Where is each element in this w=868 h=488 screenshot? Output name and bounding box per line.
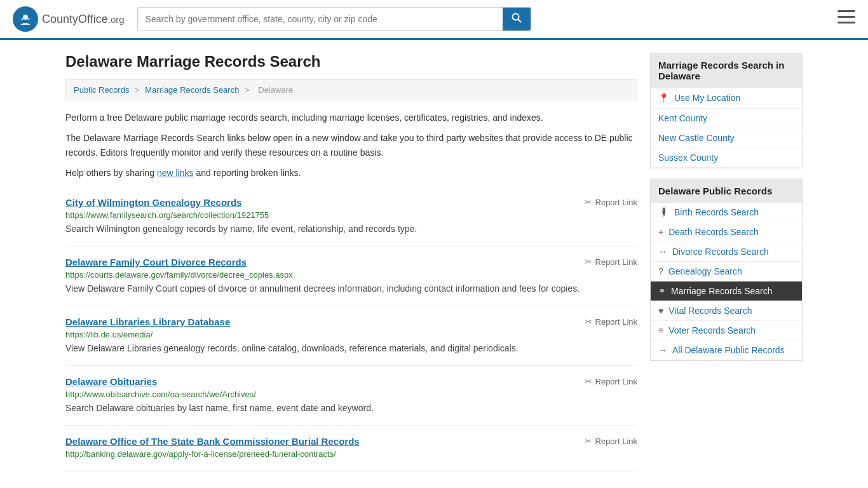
result-url[interactable]: http://www.obitsarchive.com/oa-search/we…	[65, 390, 637, 399]
report-link-label[interactable]: Report Link	[595, 437, 637, 446]
logo[interactable]: CountyOffice.org	[13, 6, 125, 32]
svg-rect-7	[837, 16, 855, 18]
report-icon: ✂	[585, 197, 592, 207]
breadcrumb-current: Delaware	[258, 85, 293, 95]
report-link-label[interactable]: Report Link	[595, 377, 637, 386]
record-type-icon: ?	[658, 266, 663, 276]
report-link[interactable]: ✂ Report Link	[585, 436, 637, 446]
use-location-link[interactable]: Use My Location	[674, 93, 740, 103]
sidebar-record-link[interactable]: Voter Records Search	[668, 325, 756, 336]
record-type-icon: ⚭	[658, 286, 666, 296]
result-title[interactable]: City of Wilmington Genealogy Records	[65, 197, 241, 208]
result-description: Search Delaware obituaries by last name,…	[65, 402, 637, 415]
result-item: Delaware Office of The State Bank Commis…	[65, 426, 637, 472]
description-2: The Delaware Marriage Records Search lin…	[65, 131, 637, 159]
breadcrumb-marriage-records[interactable]: Marriage Records Search	[145, 85, 239, 95]
record-type-icon: ↔	[658, 247, 667, 257]
hamburger-menu[interactable]	[837, 10, 855, 28]
record-type-icon: ♥	[658, 306, 663, 316]
svg-point-2	[21, 18, 24, 20]
report-link-label[interactable]: Report Link	[595, 257, 637, 267]
result-title[interactable]: Delaware Family Court Divorce Records	[65, 257, 247, 268]
sidebar-record-item[interactable]: + Death Records Search	[651, 222, 802, 242]
report-icon: ✂	[585, 376, 592, 386]
kent-county-item[interactable]: Kent County	[651, 109, 802, 128]
description-3: Help others by sharing new links and rep…	[65, 166, 637, 180]
result-url[interactable]: https://lib.de.us/emedia/	[65, 330, 637, 339]
result-description: Search Wilmington genealogy records by n…	[65, 222, 637, 236]
result-url[interactable]: https://www.familysearch.org/search/coll…	[65, 210, 637, 220]
sidebar-record-link[interactable]: Genealogy Search	[668, 266, 742, 276]
result-item: Delaware Family Court Divorce Records ✂ …	[65, 247, 637, 306]
result-header: City of Wilmington Genealogy Records ✂ R…	[65, 197, 637, 208]
use-my-location[interactable]: 📍 Use My Location	[651, 88, 802, 109]
result-description: View Delaware Libraries genealogy record…	[65, 342, 637, 355]
report-link[interactable]: ✂ Report Link	[585, 316, 637, 327]
record-type-icon: 🕴	[658, 207, 669, 217]
result-header: Delaware Libraries Library Database ✂ Re…	[65, 316, 637, 327]
new-castle-county-link[interactable]: New Castle County	[658, 133, 735, 143]
sidebar-record-item[interactable]: 🕴 Birth Records Search	[651, 203, 802, 222]
sidebar-record-item[interactable]: ? Genealogy Search	[651, 262, 802, 281]
description-1: Perform a free Delaware public marriage …	[65, 111, 637, 125]
page-title: Delaware Marriage Records Search	[65, 53, 637, 71]
record-type-icon: →	[658, 345, 667, 355]
result-title[interactable]: Delaware Libraries Library Database	[65, 316, 230, 327]
result-url[interactable]: https://courts.delaware.gov/family/divor…	[65, 270, 637, 280]
sidebar-record-link[interactable]: Birth Records Search	[674, 207, 759, 217]
kent-county-link[interactable]: Kent County	[658, 113, 707, 123]
report-icon: ✂	[585, 436, 592, 446]
main-container: Delaware Marriage Records Search Public …	[53, 40, 815, 485]
result-item: Delaware Libraries Library Database ✂ Re…	[65, 306, 637, 366]
sidebar-records-list: 🕴 Birth Records Search + Death Records S…	[651, 203, 802, 360]
sidebar-record-item[interactable]: → All Delaware Public Records	[651, 341, 802, 360]
report-icon: ✂	[585, 257, 592, 267]
new-castle-county-item[interactable]: New Castle County	[651, 128, 802, 148]
search-button[interactable]	[503, 8, 531, 30]
result-header: Delaware Family Court Divorce Records ✂ …	[65, 257, 637, 268]
sidebar-record-item[interactable]: ⚭ Marriage Records Search	[651, 281, 802, 301]
result-description: View Delaware Family Court copies of div…	[65, 282, 637, 295]
report-link[interactable]: ✂ Report Link	[585, 257, 637, 267]
result-url[interactable]: http://banking.delaware.gov/apply-for-a-…	[65, 449, 637, 459]
sidebar-public-records-title: Delaware Public Records	[651, 179, 802, 203]
new-links-link[interactable]: new links	[157, 168, 194, 178]
report-icon: ✂	[585, 316, 592, 327]
result-item: Delaware Obituaries ✂ Report Link http:/…	[65, 366, 637, 426]
results-list: City of Wilmington Genealogy Records ✂ R…	[65, 187, 637, 472]
sidebar-record-link[interactable]: Divorce Records Search	[672, 247, 769, 257]
report-link[interactable]: ✂ Report Link	[585, 376, 637, 386]
sidebar-record-item[interactable]: ♥ Vital Records Search	[651, 301, 802, 321]
location-pin-icon: 📍	[658, 93, 669, 103]
report-link-label[interactable]: Report Link	[595, 317, 637, 327]
sussex-county-link[interactable]: Sussex County	[658, 152, 718, 163]
sidebar-record-item[interactable]: ≡ Voter Records Search	[651, 321, 802, 341]
svg-point-3	[27, 18, 30, 20]
result-title[interactable]: Delaware Office of The State Bank Commis…	[65, 436, 360, 447]
record-type-icon: +	[658, 227, 663, 237]
county-links: Kent County New Castle County Sussex Cou…	[651, 109, 802, 168]
svg-line-5	[518, 20, 521, 23]
sidebar-record-link[interactable]: Death Records Search	[668, 227, 759, 237]
result-header: Delaware Office of The State Bank Commis…	[65, 436, 637, 447]
search-input[interactable]	[138, 9, 503, 29]
report-link-label[interactable]: Report Link	[595, 198, 637, 207]
content-area: Delaware Marriage Records Search Public …	[65, 53, 637, 472]
svg-rect-8	[837, 22, 855, 24]
logo-text: CountyOffice.org	[42, 13, 125, 26]
result-title[interactable]: Delaware Obituaries	[65, 376, 157, 387]
sidebar-public-records-section: Delaware Public Records 🕴 Birth Records …	[650, 179, 803, 361]
sidebar-record-link[interactable]: All Delaware Public Records	[672, 345, 785, 355]
breadcrumb: Public Records > Marriage Records Search…	[65, 79, 637, 100]
sidebar-record-item[interactable]: ↔ Divorce Records Search	[651, 242, 802, 262]
breadcrumb-public-records[interactable]: Public Records	[74, 85, 129, 95]
sidebar-record-link[interactable]: Marriage Records Search	[671, 286, 773, 296]
search-bar[interactable]	[137, 7, 531, 31]
sidebar: Marriage Records Search in Delaware 📍 Us…	[650, 53, 803, 472]
report-link[interactable]: ✂ Report Link	[585, 197, 637, 207]
sidebar-marriage-title: Marriage Records Search in Delaware	[651, 53, 802, 88]
sidebar-record-link[interactable]: Vital Records Search	[668, 306, 752, 316]
sussex-county-item[interactable]: Sussex County	[651, 148, 802, 168]
sidebar-marriage-section: Marriage Records Search in Delaware 📍 Us…	[650, 53, 803, 168]
svg-point-1	[23, 15, 28, 20]
